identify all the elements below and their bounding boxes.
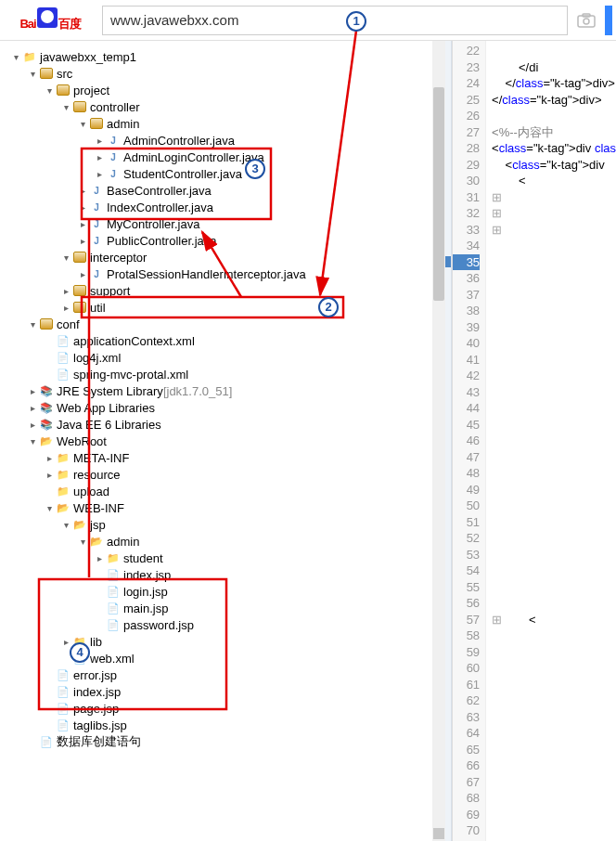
address-input[interactable]	[102, 6, 568, 35]
caret-icon[interactable]	[26, 403, 39, 413]
caret-icon[interactable]	[43, 503, 56, 513]
tree-label: log4j.xml	[73, 351, 121, 365]
caret-icon[interactable]	[26, 436, 39, 446]
tree-label: index.jsp	[123, 568, 171, 582]
caret-icon[interactable]	[76, 236, 89, 246]
tree-label: javawebxx_temp1	[40, 50, 136, 64]
tree-node[interactable]: 📂WebRoot	[0, 433, 445, 449]
tree-node[interactable]: 📄index.jsp	[0, 566, 445, 583]
caret-icon[interactable]	[76, 202, 89, 213]
tree-node[interactable]: 📄error.jsp	[0, 666, 445, 683]
caret-icon[interactable]	[59, 252, 72, 263]
tree-scrollbar[interactable]	[432, 41, 445, 841]
camera-icon[interactable]	[568, 6, 605, 35]
tree-label: jsp	[90, 518, 106, 532]
project-explorer[interactable]: 📁javawebxx_temp1srcprojectcontrolleradmi…	[0, 41, 445, 841]
tree-node[interactable]: 📁META-INF	[0, 449, 445, 466]
tree-node[interactable]: IndexController.java	[0, 199, 445, 215]
tree-label: util	[90, 301, 106, 315]
tree-label: spring-mvc-protal.xml	[73, 368, 188, 382]
caret-icon[interactable]	[59, 102, 72, 112]
tree-node[interactable]: 📁student	[0, 550, 445, 566]
baidu-logo[interactable]: Bai百度	[4, 5, 96, 36]
tree-node[interactable]: 📄spring-mvc-protal.xml	[0, 366, 445, 382]
tree-node[interactable]: ProtalSessionHandlerInterceptor.java	[0, 265, 445, 282]
tree-label: ProtalSessionHandlerInterceptor.java	[107, 267, 306, 281]
tree-node[interactable]: 📄login.jsp	[0, 583, 445, 600]
tree-node[interactable]: 📄数据库创建语句	[0, 733, 445, 750]
caret-icon[interactable]	[59, 520, 72, 530]
tree-node[interactable]: MyController.java	[0, 215, 445, 232]
caret-icon[interactable]	[76, 537, 89, 547]
tree-node[interactable]: PublicController.java	[0, 232, 445, 249]
tree-label: MyController.java	[107, 217, 199, 231]
caret-icon[interactable]	[26, 386, 39, 396]
tree-node[interactable]: 📄taglibs.jsp	[0, 717, 445, 733]
tree-label: password.jsp	[123, 618, 194, 632]
tree-label: page.jsp	[73, 702, 119, 716]
tree-label: student	[123, 551, 163, 565]
caret-icon[interactable]	[76, 269, 89, 279]
tree-node[interactable]: 📚Java EE 6 Libraries	[0, 416, 445, 433]
tree-label: Web App Libraries	[57, 401, 155, 415]
tree-node[interactable]: interceptor	[0, 249, 445, 265]
tree-node[interactable]: 📄main.jsp	[0, 600, 445, 616]
code-area[interactable]: </di </class="k-tag">div></class="k-tag"…	[486, 41, 616, 841]
tree-node[interactable]: util	[0, 299, 445, 316]
caret-icon[interactable]	[43, 453, 56, 463]
tree-node[interactable]: 📄index.jsp	[0, 683, 445, 700]
tree-node[interactable]: admin	[0, 115, 445, 132]
caret-icon[interactable]	[26, 420, 39, 430]
caret-icon[interactable]	[43, 85, 56, 96]
tree-node[interactable]: project	[0, 82, 445, 98]
caret-icon[interactable]	[26, 69, 39, 79]
svg-point-1	[584, 19, 589, 24]
search-button[interactable]	[605, 6, 612, 35]
tree-node[interactable]: 📂admin	[0, 533, 445, 550]
caret-icon[interactable]	[93, 152, 106, 162]
tree-node[interactable]: 📄applicationContext.xml	[0, 332, 445, 349]
tree-node[interactable]: src	[0, 65, 445, 82]
caret-icon[interactable]	[59, 286, 72, 296]
tree-node[interactable]: 📚Web App Libraries	[0, 399, 445, 416]
tree-node[interactable]: controller	[0, 98, 445, 115]
tree-node[interactable]: 📂jsp	[0, 516, 445, 533]
tree-node[interactable]: support	[0, 282, 445, 299]
svg-rect-0	[578, 16, 595, 27]
tree-node[interactable]: AdminController.java	[0, 132, 445, 149]
tree-label: BaseController.java	[107, 184, 212, 198]
tree-node[interactable]: 📚JRE System Library [jdk1.7.0_51]	[0, 382, 445, 399]
tree-node[interactable]: StudentController.java	[0, 165, 445, 182]
caret-icon[interactable]	[93, 169, 106, 179]
tree-node[interactable]: BaseController.java	[0, 182, 445, 199]
caret-icon[interactable]	[93, 553, 106, 563]
tree-node[interactable]: AdminLoginController.java	[0, 149, 445, 165]
tree-label: support	[90, 284, 130, 298]
tree-node[interactable]: 📄password.jsp	[0, 616, 445, 633]
caret-icon[interactable]	[76, 186, 89, 196]
code-editor[interactable]: 2223242526272829303132333435363738394041…	[452, 41, 616, 841]
tree-label: web.xml	[90, 652, 135, 666]
tree-node[interactable]: 📁upload	[0, 483, 445, 499]
tree-node[interactable]: 📂WEB-INF	[0, 499, 445, 516]
caret-icon[interactable]	[93, 136, 106, 146]
tree-node[interactable]: 📄log4j.xml	[0, 349, 445, 366]
caret-icon[interactable]	[59, 303, 72, 313]
caret-icon[interactable]	[43, 470, 56, 480]
caret-icon[interactable]	[76, 219, 89, 229]
tree-label: 数据库创建语句	[57, 733, 141, 750]
caret-icon[interactable]	[59, 637, 72, 647]
tree-label: admin	[107, 117, 139, 131]
tree-node[interactable]: 📁resource	[0, 466, 445, 483]
tree-node[interactable]: conf	[0, 316, 445, 332]
tree-node[interactable]: 📄web.xml	[0, 650, 445, 666]
caret-icon[interactable]	[9, 52, 22, 62]
caret-icon[interactable]	[76, 119, 89, 129]
tree-node[interactable]: 📁lib	[0, 633, 445, 650]
tree-node[interactable]: 📄page.jsp	[0, 700, 445, 717]
tree-node[interactable]: 📁javawebxx_temp1	[0, 48, 445, 65]
caret-icon[interactable]	[26, 319, 39, 330]
tree-label: main.jsp	[123, 602, 168, 615]
tree-label: WEB-INF	[73, 501, 124, 515]
tree-label: IndexController.java	[107, 201, 213, 214]
